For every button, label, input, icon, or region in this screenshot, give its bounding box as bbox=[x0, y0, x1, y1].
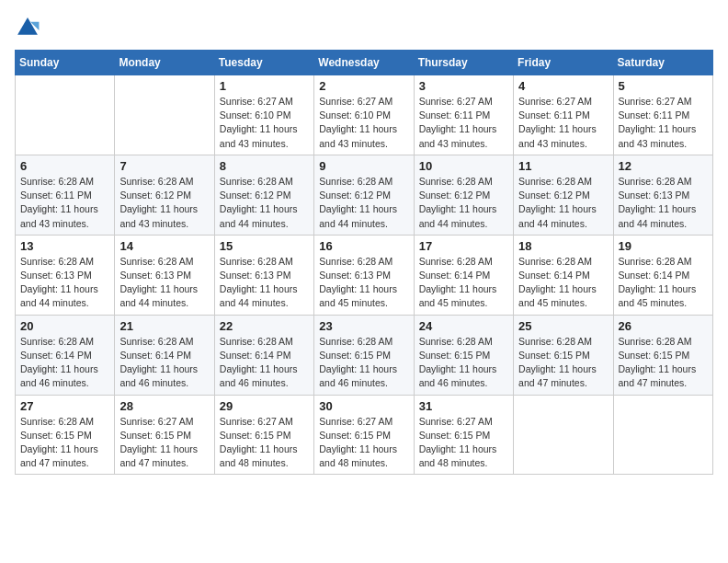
calendar-cell: 29Sunrise: 6:27 AM Sunset: 6:15 PM Dayli… bbox=[214, 395, 313, 475]
calendar-cell: 13Sunrise: 6:28 AM Sunset: 6:13 PM Dayli… bbox=[16, 235, 115, 315]
day-number: 13 bbox=[20, 239, 109, 253]
calendar-cell bbox=[115, 75, 214, 155]
calendar-cell: 14Sunrise: 6:28 AM Sunset: 6:13 PM Dayli… bbox=[115, 235, 214, 315]
day-of-week-header: Wednesday bbox=[314, 51, 414, 75]
calendar-cell: 6Sunrise: 6:28 AM Sunset: 6:11 PM Daylig… bbox=[16, 155, 115, 235]
day-info: Sunrise: 6:27 AM Sunset: 6:15 PM Dayligh… bbox=[119, 415, 209, 471]
calendar-week-row: 6Sunrise: 6:28 AM Sunset: 6:11 PM Daylig… bbox=[16, 155, 713, 235]
day-number: 19 bbox=[619, 239, 708, 253]
day-info: Sunrise: 6:28 AM Sunset: 6:14 PM Dayligh… bbox=[119, 335, 209, 391]
calendar-cell: 8Sunrise: 6:28 AM Sunset: 6:12 PM Daylig… bbox=[214, 155, 313, 235]
day-number: 21 bbox=[119, 319, 209, 333]
day-info: Sunrise: 6:27 AM Sunset: 6:15 PM Dayligh… bbox=[319, 415, 408, 471]
calendar-header-row: SundayMondayTuesdayWednesdayThursdayFrid… bbox=[16, 51, 713, 75]
day-info: Sunrise: 6:27 AM Sunset: 6:10 PM Dayligh… bbox=[319, 95, 408, 151]
day-number: 29 bbox=[220, 399, 309, 413]
day-info: Sunrise: 6:28 AM Sunset: 6:13 PM Dayligh… bbox=[319, 255, 408, 311]
calendar-cell: 5Sunrise: 6:27 AM Sunset: 6:11 PM Daylig… bbox=[613, 75, 712, 155]
day-info: Sunrise: 6:27 AM Sunset: 6:15 PM Dayligh… bbox=[220, 415, 309, 471]
day-info: Sunrise: 6:28 AM Sunset: 6:12 PM Dayligh… bbox=[518, 175, 608, 231]
calendar-week-row: 13Sunrise: 6:28 AM Sunset: 6:13 PM Dayli… bbox=[16, 235, 713, 315]
page-header bbox=[15, 15, 713, 40]
day-of-week-header: Saturday bbox=[613, 51, 712, 75]
day-info: Sunrise: 6:28 AM Sunset: 6:12 PM Dayligh… bbox=[419, 175, 508, 231]
calendar-cell: 22Sunrise: 6:28 AM Sunset: 6:14 PM Dayli… bbox=[214, 315, 313, 395]
day-info: Sunrise: 6:28 AM Sunset: 6:13 PM Dayligh… bbox=[619, 175, 708, 231]
calendar-cell bbox=[613, 395, 712, 475]
calendar-cell: 21Sunrise: 6:28 AM Sunset: 6:14 PM Dayli… bbox=[115, 315, 214, 395]
calendar-cell: 18Sunrise: 6:28 AM Sunset: 6:14 PM Dayli… bbox=[514, 235, 613, 315]
calendar-cell: 20Sunrise: 6:28 AM Sunset: 6:14 PM Dayli… bbox=[16, 315, 115, 395]
day-info: Sunrise: 6:28 AM Sunset: 6:15 PM Dayligh… bbox=[319, 335, 408, 391]
day-number: 20 bbox=[20, 319, 109, 333]
day-number: 14 bbox=[119, 239, 209, 253]
calendar-cell: 28Sunrise: 6:27 AM Sunset: 6:15 PM Dayli… bbox=[115, 395, 214, 475]
day-info: Sunrise: 6:28 AM Sunset: 6:13 PM Dayligh… bbox=[119, 255, 209, 311]
day-info: Sunrise: 6:28 AM Sunset: 6:14 PM Dayligh… bbox=[20, 335, 109, 391]
day-of-week-header: Friday bbox=[514, 51, 613, 75]
calendar-cell: 17Sunrise: 6:28 AM Sunset: 6:14 PM Dayli… bbox=[414, 235, 513, 315]
day-info: Sunrise: 6:28 AM Sunset: 6:13 PM Dayligh… bbox=[220, 255, 309, 311]
day-of-week-header: Sunday bbox=[16, 51, 115, 75]
day-number: 27 bbox=[20, 399, 109, 413]
day-number: 2 bbox=[319, 79, 408, 93]
day-number: 18 bbox=[518, 239, 608, 253]
calendar-cell: 26Sunrise: 6:28 AM Sunset: 6:15 PM Dayli… bbox=[613, 315, 712, 395]
calendar-cell: 19Sunrise: 6:28 AM Sunset: 6:14 PM Dayli… bbox=[613, 235, 712, 315]
day-number: 16 bbox=[319, 239, 408, 253]
day-number: 4 bbox=[518, 79, 608, 93]
day-info: Sunrise: 6:27 AM Sunset: 6:11 PM Dayligh… bbox=[419, 95, 508, 151]
day-number: 5 bbox=[619, 79, 708, 93]
day-number: 15 bbox=[220, 239, 309, 253]
calendar-week-row: 20Sunrise: 6:28 AM Sunset: 6:14 PM Dayli… bbox=[16, 315, 713, 395]
day-number: 30 bbox=[319, 399, 408, 413]
day-info: Sunrise: 6:28 AM Sunset: 6:15 PM Dayligh… bbox=[619, 335, 708, 391]
day-number: 28 bbox=[119, 399, 209, 413]
day-info: Sunrise: 6:28 AM Sunset: 6:12 PM Dayligh… bbox=[220, 175, 309, 231]
day-number: 17 bbox=[419, 239, 508, 253]
calendar-cell: 30Sunrise: 6:27 AM Sunset: 6:15 PM Dayli… bbox=[314, 395, 414, 475]
day-info: Sunrise: 6:28 AM Sunset: 6:14 PM Dayligh… bbox=[518, 255, 608, 311]
calendar-cell: 3Sunrise: 6:27 AM Sunset: 6:11 PM Daylig… bbox=[414, 75, 513, 155]
day-number: 10 bbox=[419, 159, 508, 173]
day-info: Sunrise: 6:28 AM Sunset: 6:12 PM Dayligh… bbox=[319, 175, 408, 231]
calendar-cell: 7Sunrise: 6:28 AM Sunset: 6:12 PM Daylig… bbox=[115, 155, 214, 235]
day-number: 23 bbox=[319, 319, 408, 333]
day-info: Sunrise: 6:28 AM Sunset: 6:12 PM Dayligh… bbox=[119, 175, 209, 231]
day-info: Sunrise: 6:28 AM Sunset: 6:15 PM Dayligh… bbox=[419, 335, 508, 391]
day-number: 6 bbox=[20, 159, 109, 173]
logo-icon bbox=[15, 15, 40, 40]
day-of-week-header: Tuesday bbox=[214, 51, 313, 75]
day-of-week-header: Thursday bbox=[414, 51, 513, 75]
calendar-cell: 2Sunrise: 6:27 AM Sunset: 6:10 PM Daylig… bbox=[314, 75, 414, 155]
day-number: 7 bbox=[119, 159, 209, 173]
day-number: 24 bbox=[419, 319, 508, 333]
calendar-cell: 27Sunrise: 6:28 AM Sunset: 6:15 PM Dayli… bbox=[16, 395, 115, 475]
day-info: Sunrise: 6:28 AM Sunset: 6:13 PM Dayligh… bbox=[20, 255, 109, 311]
day-info: Sunrise: 6:27 AM Sunset: 6:10 PM Dayligh… bbox=[220, 95, 309, 151]
calendar-cell bbox=[16, 75, 115, 155]
calendar-cell: 23Sunrise: 6:28 AM Sunset: 6:15 PM Dayli… bbox=[314, 315, 414, 395]
day-number: 22 bbox=[220, 319, 309, 333]
day-number: 25 bbox=[518, 319, 608, 333]
calendar-cell: 4Sunrise: 6:27 AM Sunset: 6:11 PM Daylig… bbox=[514, 75, 613, 155]
day-info: Sunrise: 6:27 AM Sunset: 6:11 PM Dayligh… bbox=[619, 95, 708, 151]
calendar-cell: 12Sunrise: 6:28 AM Sunset: 6:13 PM Dayli… bbox=[613, 155, 712, 235]
day-of-week-header: Monday bbox=[115, 51, 214, 75]
day-info: Sunrise: 6:28 AM Sunset: 6:11 PM Dayligh… bbox=[20, 175, 109, 231]
day-number: 11 bbox=[518, 159, 608, 173]
day-number: 8 bbox=[220, 159, 309, 173]
day-number: 31 bbox=[419, 399, 508, 413]
calendar-week-row: 1Sunrise: 6:27 AM Sunset: 6:10 PM Daylig… bbox=[16, 75, 713, 155]
day-info: Sunrise: 6:28 AM Sunset: 6:14 PM Dayligh… bbox=[220, 335, 309, 391]
logo bbox=[15, 15, 44, 40]
calendar-cell: 24Sunrise: 6:28 AM Sunset: 6:15 PM Dayli… bbox=[414, 315, 513, 395]
day-info: Sunrise: 6:28 AM Sunset: 6:14 PM Dayligh… bbox=[419, 255, 508, 311]
day-info: Sunrise: 6:28 AM Sunset: 6:15 PM Dayligh… bbox=[518, 335, 608, 391]
day-info: Sunrise: 6:27 AM Sunset: 6:11 PM Dayligh… bbox=[518, 95, 608, 151]
calendar-cell: 1Sunrise: 6:27 AM Sunset: 6:10 PM Daylig… bbox=[214, 75, 313, 155]
calendar-cell: 9Sunrise: 6:28 AM Sunset: 6:12 PM Daylig… bbox=[314, 155, 414, 235]
calendar-cell: 15Sunrise: 6:28 AM Sunset: 6:13 PM Dayli… bbox=[214, 235, 313, 315]
calendar-table: SundayMondayTuesdayWednesdayThursdayFrid… bbox=[15, 50, 713, 475]
calendar-cell: 16Sunrise: 6:28 AM Sunset: 6:13 PM Dayli… bbox=[314, 235, 414, 315]
